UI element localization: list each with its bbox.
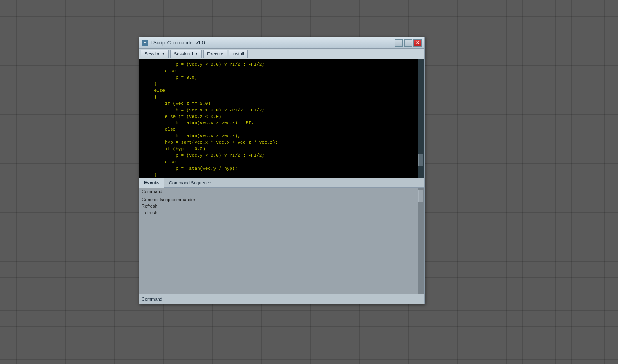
bottom-bar: Command: [139, 294, 424, 304]
window-title: LScript Commander v1.0: [151, 40, 395, 46]
code-scroll-thumb[interactable]: [418, 154, 423, 166]
events-scrollbar-v[interactable]: [418, 188, 424, 294]
list-item[interactable]: Refresh: [139, 203, 424, 209]
restore-button[interactable]: □: [404, 39, 412, 47]
command-label: Command: [142, 297, 162, 302]
close-button[interactable]: ✕: [413, 39, 422, 47]
session-dropdown[interactable]: Session ▼: [141, 50, 169, 58]
code-editor[interactable]: p = (vec.y < 0.0) ? PI/2 : -PI/2; else p…: [139, 59, 424, 178]
list-item[interactable]: Refresh: [139, 209, 424, 216]
code-content: p = (vec.y < 0.0) ? PI/2 : -PI/2; else p…: [143, 62, 422, 178]
minimize-button[interactable]: —: [395, 39, 403, 47]
toolbar: Session ▼ Session 1 ▼ Execute Install: [139, 49, 424, 59]
events-list: Generic_lscriptcommander Refresh Refresh: [139, 195, 424, 217]
main-window: LScript Commander v1.0 — □ ✕ Session ▼ S…: [139, 37, 425, 304]
title-buttons: — □ ✕: [395, 39, 422, 47]
events-scroll-thumb[interactable]: [418, 190, 423, 202]
app-icon: [142, 40, 148, 46]
install-button[interactable]: Install: [229, 50, 248, 58]
code-area-wrapper: p = (vec.y < 0.0) ? PI/2 : -PI/2; else p…: [139, 59, 424, 178]
session-dropdown-arrow: ▼: [162, 52, 165, 55]
list-item[interactable]: Generic_lscriptcommander: [139, 196, 424, 203]
events-content: Command Generic_lscriptcommander Refresh…: [139, 188, 424, 294]
tab-events[interactable]: Events: [139, 178, 164, 188]
session1-dropdown-arrow: ▼: [195, 52, 198, 55]
execute-button[interactable]: Execute: [203, 50, 227, 58]
session1-dropdown[interactable]: Session 1 ▼: [170, 50, 202, 58]
events-panel: Events Command Sequence Command Generic_…: [139, 178, 424, 294]
tabs-bar: Events Command Sequence: [139, 178, 424, 188]
title-bar: LScript Commander v1.0 — □ ✕: [139, 37, 424, 49]
events-header: Command: [139, 188, 424, 195]
tab-command-sequence[interactable]: Command Sequence: [164, 178, 216, 188]
code-scrollbar-v[interactable]: [418, 59, 424, 178]
